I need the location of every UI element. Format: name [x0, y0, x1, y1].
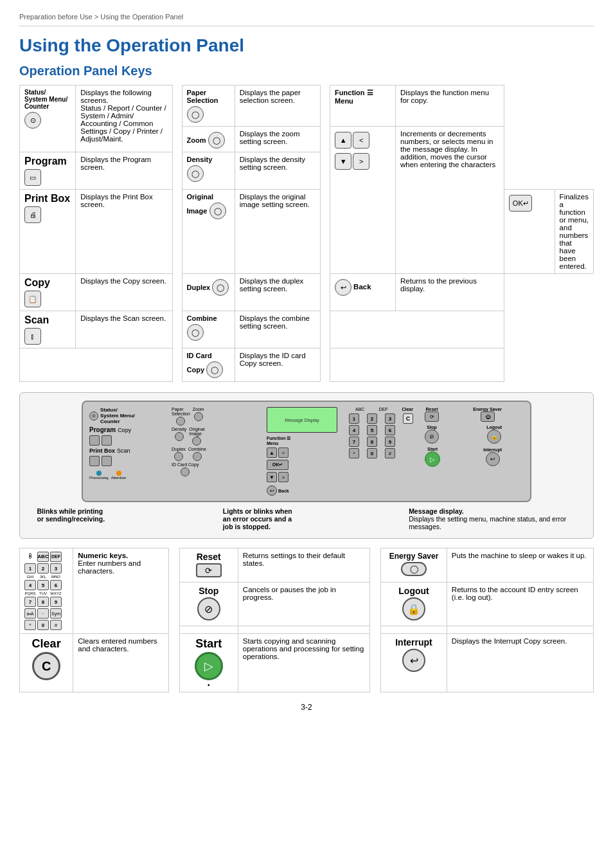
key-zoom-desc: Displays the zoom setting screen. — [235, 127, 320, 152]
panel-duplex-label2: Duplex — [172, 447, 186, 451]
panel-key-0: 0 — [367, 448, 377, 458]
panel-key-2: 2 — [367, 413, 377, 424]
key-scan-desc: Displays the Scan screen. — [76, 311, 172, 348]
key-function-desc: Displays the function menu for copy. — [395, 86, 504, 127]
panel-energysaver-label2: Energy Saver — [473, 407, 502, 411]
bk-stop-desc: Cancels or pauses the job in progress. — [238, 583, 369, 626]
key-nav: ▲ < ▼ > — [330, 127, 396, 274]
key-ok-icon: OK↵ — [509, 195, 532, 212]
key-combine-label: Combine — [187, 314, 217, 322]
key-copy-icon: 📋 — [24, 291, 41, 307]
np-dot2: ·· — [37, 608, 49, 619]
panel-key-9: 9 — [385, 437, 395, 447]
panel-status-row: ⊙ Status/System Menu/Counter — [89, 407, 166, 424]
panel-original-btn — [192, 437, 201, 446]
np-abc: ABC — [37, 552, 49, 562]
panel-annotation-row: Blinks while printingor sending/receivin… — [28, 507, 585, 530]
annotation-mid-text: Lights or blinks whenan error occurs and… — [223, 507, 390, 530]
panel-numpad-area: ABC DEF Clear 1 2 3 C 4 5 6 7 8 9 — [349, 407, 420, 458]
bk-clear-text: Clear — [32, 637, 61, 651]
panel-reset-col: Reset ⟳ — [425, 407, 439, 422]
panel-idcard-label2: ID Card Copy — [172, 462, 199, 467]
panel-attention-label: Attention — [111, 476, 127, 480]
bk-energysaver-icon: ◯ — [401, 562, 427, 576]
key-program: Program ▭ — [20, 152, 76, 190]
bk-start-icon-wrapper: ▷ — [195, 652, 223, 680]
panel-display-col: Message Display Function ☰Menu ▲ < OK↵ — [267, 407, 344, 496]
bk-reset-text: Reset — [197, 552, 221, 562]
panel-key-1: 1 — [349, 413, 359, 424]
key-density-label: Density — [187, 156, 213, 163]
key-duplex-label: Duplex — [187, 284, 211, 291]
np-5: 5 — [37, 580, 49, 590]
panel-ok-row: OK↵ — [267, 460, 344, 470]
panel-numpad-grid: 1 2 3 C 4 5 6 7 8 9 * 0 # — [349, 413, 420, 458]
panel-ok-btn: OK↵ — [267, 460, 289, 470]
panel-start-label2: Start — [427, 447, 438, 451]
bk-logout-icon-wrapper: 🔒 — [402, 597, 425, 620]
key-paper-icon: ◯ — [187, 106, 204, 123]
bk-energysaver-text: Energy Saver — [389, 552, 439, 561]
key-paper-desc: Displays the paper selection screen. — [235, 86, 320, 127]
panel-printbox-btn — [89, 456, 100, 466]
bk-interrupt-icon-wrapper: ↩ — [402, 649, 425, 672]
key-ok-desc: Finalizes a function or menu, and number… — [555, 190, 593, 274]
panel-combine-btn — [193, 452, 202, 461]
panel-density-btn — [175, 432, 184, 441]
key-printbox-icon: 🖨 — [24, 206, 41, 223]
annotation-right-normal: Displays the setting menu, machine statu… — [409, 515, 566, 530]
panel-stop-label2: Stop — [427, 425, 437, 429]
key-nav-up-icon: ▲ — [335, 132, 351, 149]
annotation-right: Message display. Displays the setting me… — [409, 507, 576, 530]
panel-copy-label: Copy — [118, 427, 131, 433]
np-symbols: Sym — [50, 608, 62, 619]
key-program-desc: Displays the Program screen. — [76, 152, 172, 190]
panel-program-row: Program Copy — [89, 426, 166, 433]
panel-density-col: Density — [172, 427, 186, 446]
panel-function-label2: Function ☰Menu — [267, 436, 291, 446]
bk-start-dot: • — [208, 682, 210, 689]
panel-zoom-label2: Zoom — [193, 407, 204, 411]
panel-reset-energysaver-row: Reset ⟳ Energy Saver ⏻ — [425, 407, 502, 422]
key-printbox: Print Box 🖨 — [20, 190, 76, 274]
bk-start-label-wrapper: Start ▷ • — [184, 637, 233, 689]
bk-start-text: Start — [195, 637, 222, 651]
panel-abc-label: ABC — [355, 407, 364, 411]
np-tuv-label: TUV — [37, 592, 49, 595]
panel-nav-down: ▼ — [267, 472, 277, 482]
panel-duplex-col: Duplex — [172, 447, 186, 461]
panel-program-label: Program — [89, 426, 116, 433]
panel-stop-logout-row: Stop ⊘ Logout 🔒 — [425, 425, 502, 444]
bk-interrupt-text: Interrupt — [395, 637, 432, 647]
panel-combine-label2: Combine — [188, 447, 206, 451]
bk-reset-desc: Returns settings to their default states… — [238, 548, 369, 583]
key-combine-icon: ◯ — [187, 324, 204, 341]
panel-papersel-btn — [176, 417, 185, 426]
page-title: Using the Operation Panel — [19, 35, 594, 56]
key-combine-desc: Displays the combine setting screen. — [235, 311, 320, 348]
panel-function-nav: Function ☰Menu ▲ < OK↵ ▼ > ↩ — [267, 436, 344, 496]
panel-clear-label2: Clear — [402, 407, 413, 411]
panel-papersel-label: PaperSelection — [172, 407, 190, 416]
panel-indicators: Processing Attention — [89, 471, 166, 480]
panel-nav-up: ▲ — [267, 448, 277, 458]
panel-stop-col: Stop ⊘ — [425, 425, 439, 444]
panel-interrupt-btn: ↩ — [486, 452, 500, 466]
panel-logout-col: Logout 🔒 — [486, 425, 502, 444]
panel-prog-copy-btns — [89, 435, 166, 446]
key-idcardcopy: ID Card Copy ◯ — [182, 348, 235, 382]
key-ok: OK↵ — [504, 190, 555, 274]
bk-stop-icon: ⊘ — [197, 597, 220, 620]
panel-program-btn — [89, 435, 100, 446]
bk-start: Start ▷ • — [179, 634, 238, 692]
np-4: 4 — [24, 580, 36, 590]
key-idcard-icon: ◯ — [206, 361, 223, 378]
bk-clear: Clear C — [20, 634, 73, 692]
bottom-keys-table: • ABC DEF 1 2 3 GHI JKL MNO 4 5 6 PQRS T… — [19, 548, 594, 692]
panel-original-label2: OriginalImage — [189, 427, 204, 436]
bk-start-desc: Starts copying and scanning operations a… — [238, 634, 369, 692]
panel-density-original-row: Density OriginalImage — [172, 427, 262, 446]
annotation-mid: Lights or blinks whenan error occurs and… — [223, 507, 390, 530]
np-hash: # — [50, 620, 62, 630]
bk-energysaver-desc: Puts the machine to sleep or wakes it up… — [447, 548, 593, 583]
